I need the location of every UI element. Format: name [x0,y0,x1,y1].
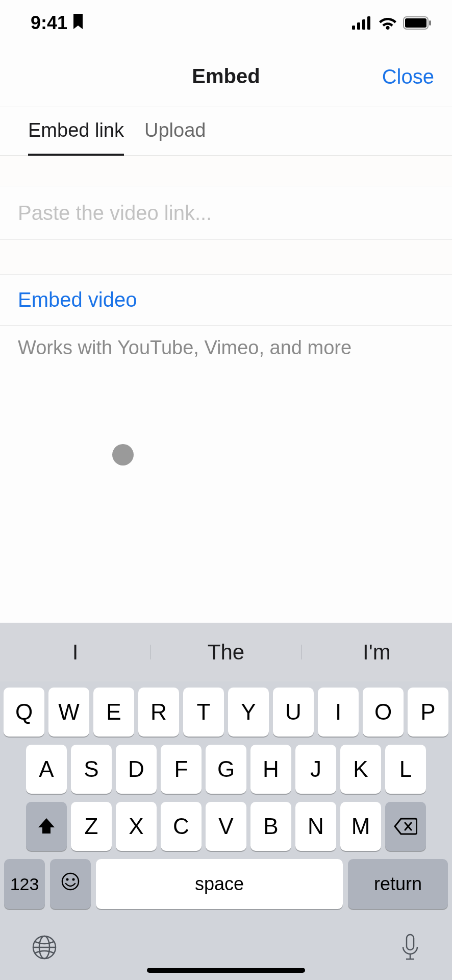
svg-point-9 [72,878,75,881]
status-time: 9:41 [31,12,67,34]
video-link-row [0,186,452,240]
emoji-icon [60,871,81,897]
shift-key[interactable] [26,802,67,851]
emoji-key[interactable] [50,859,91,909]
modal-header: Embed Close [0,46,452,107]
key-c[interactable]: C [161,802,202,851]
key-i[interactable]: I [318,688,359,737]
key-r[interactable]: R [138,688,179,737]
svg-point-8 [66,878,69,881]
key-x[interactable]: X [116,802,157,851]
svg-rect-5 [405,18,426,28]
home-indicator[interactable] [147,968,305,973]
wifi-icon [379,16,397,30]
svg-rect-3 [367,16,370,30]
key-u[interactable]: U [273,688,314,737]
keyboard-toolbar [0,917,452,967]
tab-embed-link[interactable]: Embed link [28,108,124,156]
spacer [0,240,452,275]
svg-rect-0 [352,26,355,30]
key-q[interactable]: Q [4,688,44,737]
battery-icon [403,16,432,30]
key-v[interactable]: V [206,802,246,851]
hint-text: Works with YouTube, Vimeo, and more [0,326,452,370]
mic-icon[interactable] [399,933,421,962]
video-link-input[interactable] [18,202,434,225]
key-z[interactable]: Z [71,802,112,851]
space-key[interactable]: space [96,859,343,909]
return-key[interactable]: return [348,859,448,909]
key-row-3: Z X C V B N M [3,802,449,851]
suggestion-2[interactable]: The [150,640,301,665]
svg-rect-6 [429,20,431,26]
key-t[interactable]: T [183,688,224,737]
key-f[interactable]: F [161,745,202,794]
keyboard-suggestions: I The I'm [0,623,452,681]
svg-point-7 [62,873,79,890]
bookmark-icon [72,14,84,33]
key-d[interactable]: D [116,745,157,794]
svg-rect-1 [357,22,360,30]
key-o[interactable]: O [363,688,404,737]
backspace-key[interactable] [385,802,426,851]
shift-icon [36,816,57,837]
key-n[interactable]: N [295,802,336,851]
svg-rect-2 [362,19,365,30]
key-w[interactable]: W [48,688,89,737]
spacer [0,156,452,186]
suggestion-3[interactable]: I'm [302,640,452,665]
embed-video-button[interactable]: Embed video [0,275,452,326]
key-row-4: 123 space return [3,859,449,909]
key-k[interactable]: K [340,745,381,794]
key-g[interactable]: G [206,745,246,794]
key-p[interactable]: P [408,688,448,737]
keyboard: I The I'm Q W E R T Y U I O P A S D F G … [0,623,452,980]
key-a[interactable]: A [26,745,67,794]
key-e[interactable]: E [93,688,134,737]
key-m[interactable]: M [340,802,381,851]
backspace-icon [394,818,417,835]
tab-upload[interactable]: Upload [144,108,206,156]
tabs: Embed link Upload [0,107,452,156]
key-row-1: Q W E R T Y U I O P [3,688,449,737]
key-j[interactable]: J [295,745,336,794]
key-h[interactable]: H [250,745,291,794]
close-button[interactable]: Close [382,65,434,88]
touch-indicator [112,444,134,465]
key-y[interactable]: Y [228,688,269,737]
status-bar: 9:41 [0,0,452,46]
key-s[interactable]: S [71,745,112,794]
numbers-key[interactable]: 123 [4,859,45,909]
cellular-signal-icon [352,16,372,30]
key-b[interactable]: B [250,802,291,851]
modal-title: Embed [192,65,260,88]
globe-icon[interactable] [31,934,58,961]
suggestion-1[interactable]: I [0,640,150,665]
key-l[interactable]: L [385,745,426,794]
svg-rect-13 [407,935,414,950]
key-row-2: A S D F G H J K L [3,745,449,794]
